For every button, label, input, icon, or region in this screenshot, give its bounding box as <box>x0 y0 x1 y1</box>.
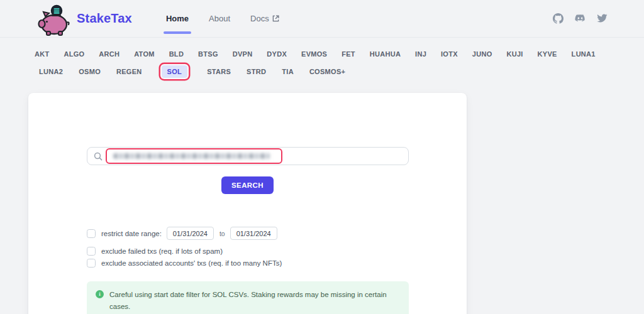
date-range-row: restrict date range: to <box>87 227 467 240</box>
date-to-label: to <box>219 230 225 237</box>
chain-tab-huahua[interactable]: HUAHUA <box>370 50 401 58</box>
chain-tab-fet[interactable]: FET <box>341 50 355 58</box>
notice-text: Careful using start date filter for SOL … <box>109 289 399 314</box>
external-link-icon <box>272 15 279 22</box>
chain-tab-luna1[interactable]: LUNA1 <box>572 50 596 58</box>
chain-tab-arch[interactable]: ARCH <box>99 50 119 58</box>
chain-tab-iotx[interactable]: IOTX <box>441 50 458 58</box>
discord-icon[interactable] <box>575 13 586 24</box>
obscured-address-value <box>113 153 270 159</box>
chain-tab-osmo[interactable]: OSMO <box>79 68 101 75</box>
chain-tab-sol[interactable]: SOL <box>162 65 188 78</box>
restrict-date-range-checkbox[interactable] <box>87 229 96 238</box>
chain-tab-atom[interactable]: ATOM <box>134 50 155 58</box>
exclude-associated-row: exclude associated accounts' txs (req. i… <box>87 259 467 268</box>
search-icon <box>94 152 103 161</box>
header: StakeTax Home About Docs <box>0 0 644 38</box>
chain-tab-tia[interactable]: TIA <box>282 68 294 75</box>
chain-tab-dvpn[interactable]: DVPN <box>233 50 253 58</box>
chain-tab-bld[interactable]: BLD <box>169 50 184 58</box>
chain-tab-kuji[interactable]: KUJI <box>506 50 523 58</box>
search-options: restrict date range: to exclude failed t… <box>87 227 467 268</box>
chain-tab-regen[interactable]: REGEN <box>116 68 142 75</box>
piggy-bank-logo <box>35 4 72 36</box>
chain-tabs-row-1: AKTALGOARCHATOMBLDBTSGDVPNDYDXEVMOSFETHU… <box>35 50 596 58</box>
main-card: SEARCH restrict date range: to exclude f… <box>28 93 467 314</box>
nav-home[interactable]: Home <box>165 8 190 30</box>
github-icon[interactable] <box>553 13 564 24</box>
chain-tab-btsg[interactable]: BTSG <box>198 50 218 58</box>
exclude-failed-txs-checkbox[interactable] <box>87 247 96 256</box>
chain-tabs: AKTALGOARCHATOMBLDBTSGDVPNDYDXEVMOSFETHU… <box>0 38 644 80</box>
chain-tab-cosmos[interactable]: COSMOS+ <box>309 68 345 75</box>
chain-tab-inj[interactable]: INJ <box>415 50 426 58</box>
sol-csv-notice-banner: i Careful using start date filter for SO… <box>87 281 409 314</box>
chain-tab-luna2[interactable]: LUNA2 <box>39 68 63 75</box>
chain-tab-strd[interactable]: STRD <box>247 68 266 75</box>
social-links <box>553 13 608 24</box>
chain-tab-stars[interactable]: STARS <box>207 68 231 75</box>
search-button[interactable]: SEARCH <box>221 176 274 194</box>
exclude-associated-accounts-label: exclude associated accounts' txs (req. i… <box>101 259 282 267</box>
main-nav: Home About Docs <box>165 8 280 30</box>
exclude-failed-row: exclude failed txs (req. if lots of spam… <box>87 247 467 256</box>
chain-tab-algo[interactable]: ALGO <box>64 50 84 58</box>
restrict-date-range-label: restrict date range: <box>101 230 162 237</box>
chain-tab-evmos[interactable]: EVMOS <box>301 50 327 58</box>
twitter-icon[interactable] <box>597 13 608 24</box>
chain-tab-akt[interactable]: AKT <box>35 50 50 58</box>
address-value-annotation-box[interactable] <box>106 148 282 164</box>
chain-tabs-row-2: LUNA2OSMOREGENSOLSTARSSTRDTIACOSMOS+ <box>39 63 644 80</box>
chain-tab-juno[interactable]: JUNO <box>472 50 492 58</box>
chain-tab-dydx[interactable]: DYDX <box>267 50 287 58</box>
chain-tab-kyve[interactable]: KYVE <box>538 50 557 58</box>
date-from-input[interactable] <box>167 227 214 240</box>
date-to-input[interactable] <box>230 227 277 240</box>
brand-title[interactable]: StakeTax <box>77 11 132 26</box>
exclude-associated-accounts-checkbox[interactable] <box>87 259 96 268</box>
info-icon: i <box>96 290 104 298</box>
nav-about[interactable]: About <box>208 8 231 30</box>
nav-docs[interactable]: Docs <box>249 8 280 30</box>
exclude-failed-txs-label: exclude failed txs (req. if lots of spam… <box>101 247 223 255</box>
address-search-input[interactable] <box>87 147 409 165</box>
